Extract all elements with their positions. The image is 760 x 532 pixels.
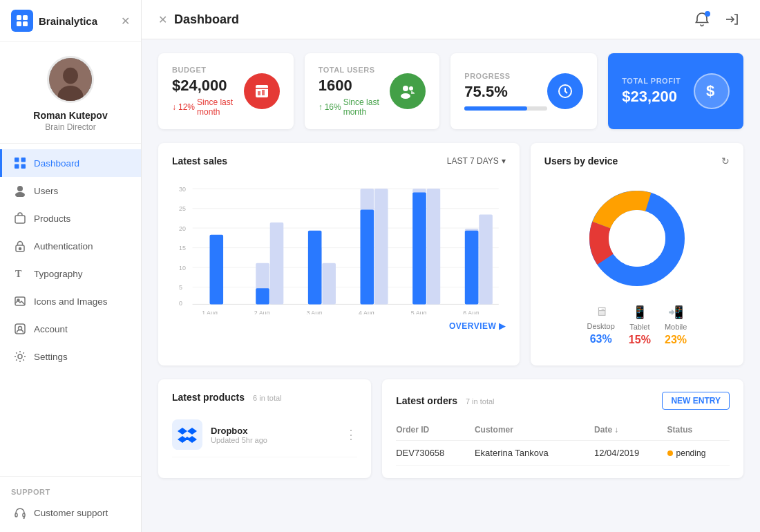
progress-bar — [464, 106, 547, 111]
sales-card: Latest sales LAST 7 DAYS ▾ 30 25 20 15 1… — [158, 143, 520, 365]
svg-rect-51 — [256, 288, 269, 304]
stat-card-profit: TOTAL PROFIT $23,200 $ — [608, 53, 743, 129]
account-icon — [13, 322, 27, 336]
refresh-button[interactable]: ↻ — [721, 155, 730, 167]
sales-filter-label: LAST 7 DAYS — [447, 156, 499, 166]
orders-card: Latest orders 7 in total NEW ENTRY Order… — [382, 379, 743, 478]
status-label: pending — [676, 448, 706, 458]
product-menu-icon[interactable]: ⋮ — [345, 427, 357, 442]
sidebar-item-authentication[interactable]: Authentication — [0, 232, 141, 260]
products-count: 6 in total — [253, 394, 282, 402]
chevron-down-icon: ▾ — [502, 156, 506, 166]
sidebar-item-settings[interactable]: Settings — [0, 343, 141, 370]
date-sort[interactable]: Date ↓ — [594, 425, 618, 435]
svg-point-31 — [401, 93, 410, 99]
bar-chart-svg: 30 25 20 15 10 5 0 — [179, 176, 499, 314]
stat-card-budget: BUDGET $24,000 ↓ 12% Since last month — [158, 53, 294, 129]
svg-text:6 Aug: 6 Aug — [463, 310, 479, 314]
notification-button[interactable] — [691, 8, 713, 30]
headset-icon — [13, 506, 27, 520]
sidebar-item-label-auth: Authentication — [34, 241, 93, 251]
svg-rect-10 — [21, 164, 26, 169]
svg-point-29 — [403, 86, 408, 91]
svg-rect-48 — [209, 235, 223, 305]
col-date[interactable]: Date ↓ — [594, 419, 667, 441]
stat-info-progress: PROGRESS 75.5% — [464, 72, 547, 111]
svg-rect-1 — [23, 15, 28, 20]
orders-count: 7 in total — [466, 397, 495, 406]
sidebar-item-typography[interactable]: T Typography — [0, 260, 141, 287]
stat-info-budget: BUDGET $24,000 ↓ 12% Since last month — [172, 66, 244, 117]
donut-container: 🖥 Desktop 63% 📱 Tablet 15% 📲 Mobile — [544, 176, 730, 353]
col-customer: Customer — [475, 419, 594, 441]
sidebar-item-label-products: Products — [34, 213, 70, 224]
overview-link[interactable]: OVERVIEW ▶ — [172, 321, 506, 331]
svg-rect-7 — [15, 158, 19, 162]
sidebar-item-dashboard[interactable]: Dashboard — [0, 149, 141, 177]
progress-icon — [547, 73, 583, 109]
sidebar-item-label-typography: Typography — [34, 269, 83, 279]
exit-button[interactable] — [721, 8, 743, 30]
profit-icon: $ — [694, 73, 730, 109]
down-arrow-icon: ↓ — [172, 102, 176, 112]
svg-text:0: 0 — [179, 300, 182, 307]
svg-rect-63 — [465, 231, 479, 305]
sales-filter[interactable]: LAST 7 DAYS ▾ — [447, 156, 506, 166]
orders-card-header: Latest orders 7 in total NEW ENTRY — [396, 392, 730, 410]
sidebar-item-products[interactable]: Products — [0, 205, 141, 232]
sidebar-item-customer-support[interactable]: Customer support — [0, 499, 141, 526]
svg-text:$: $ — [706, 82, 714, 99]
tablet-icon: 📱 — [632, 305, 647, 320]
mobile-value: 23% — [665, 334, 687, 346]
lock-icon — [13, 239, 27, 253]
svg-point-5 — [63, 68, 78, 84]
notification-dot — [705, 11, 710, 17]
new-entry-button[interactable]: NEW ENTRY — [662, 392, 730, 410]
orders-title: Latest orders — [396, 395, 457, 406]
svg-point-73 — [609, 210, 665, 267]
sidebar-item-account[interactable]: Account — [0, 315, 141, 343]
budget-change: ↓ 12% Since last month — [172, 97, 244, 117]
profile-name: Roman Kutepov — [33, 110, 107, 121]
sidebar-item-label-dashboard: Dashboard — [34, 158, 79, 169]
svg-rect-62 — [479, 215, 493, 305]
bar-chart-area: 30 25 20 15 10 5 0 — [172, 176, 506, 314]
svg-text:10: 10 — [179, 265, 186, 272]
svg-rect-27 — [258, 91, 260, 95]
mobile-label: Mobile — [665, 323, 687, 331]
support-header: Support — [0, 482, 141, 499]
svg-rect-3 — [23, 21, 28, 26]
products-title-group: Latest products 6 in total — [172, 392, 282, 403]
svg-point-21 — [18, 354, 22, 359]
header-close-icon[interactable]: ✕ — [158, 13, 167, 26]
close-icon[interactable]: ✕ — [121, 15, 130, 28]
svg-text:4 Aug: 4 Aug — [359, 310, 374, 314]
sidebar-item-icons-images[interactable]: Icons and Images — [0, 287, 141, 315]
text-icon: T — [13, 267, 27, 281]
status-dot — [667, 450, 673, 456]
overview-label: OVERVIEW — [449, 321, 496, 331]
users-value: 1600 — [319, 77, 390, 95]
image-icon — [13, 294, 27, 308]
svg-rect-54 — [308, 231, 322, 305]
budget-change-text: Since last month — [197, 97, 244, 117]
product-item-dropbox: Dropbox Updated 5hr ago ⋮ — [172, 412, 357, 457]
svg-text:T: T — [15, 269, 22, 279]
header-actions — [691, 8, 743, 30]
svg-rect-9 — [15, 164, 19, 169]
bottom-row: Latest products 6 in total — [158, 379, 743, 478]
sales-title: Latest sales — [172, 155, 227, 167]
svg-text:15: 15 — [179, 245, 186, 251]
svg-text:5: 5 — [179, 284, 182, 291]
sidebar-item-label-settings: Settings — [34, 352, 68, 362]
sidebar-item-users[interactable]: Users — [0, 177, 141, 205]
products-card: Latest products 6 in total — [158, 379, 371, 478]
sidebar: Brainalytica ✕ Roman Kutepov Brain Direc… — [0, 0, 142, 532]
sidebar-item-label-account: Account — [34, 324, 68, 334]
products-card-header: Latest products 6 in total — [172, 392, 357, 403]
settings-icon — [13, 350, 27, 363]
up-arrow-icon: ↑ — [319, 102, 323, 112]
dashboard-content: BUDGET $24,000 ↓ 12% Since last month — [142, 39, 760, 532]
tablet-value: 15% — [629, 334, 651, 346]
desktop-label: Desktop — [587, 322, 614, 330]
